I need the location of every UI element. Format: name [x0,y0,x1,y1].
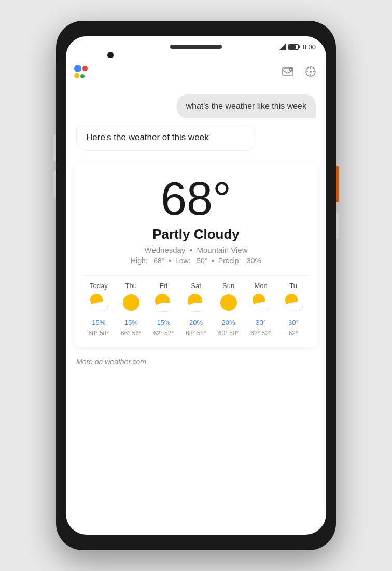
precip-text: 15% [157,319,170,327]
chat-area: what's the weather like this week Here's… [66,86,326,159]
precip-text: 15% [124,319,138,327]
svg-point-31 [291,302,302,310]
weather-icon-4 [217,293,240,316]
temp-range: 62° [289,330,298,337]
precip-value: 30% [247,256,261,265]
user-message-text: what's the weather like this week [186,102,307,111]
forecast-day-tu: Tu 30°62° [277,282,310,337]
svg-point-5 [310,71,312,73]
day-label: Mon [255,282,268,290]
weather-icon-6 [282,293,305,316]
temp-range: 60° 50° [218,330,239,337]
source-text: More on weather.com [76,358,146,366]
condition-text: Partly Cloudy [152,226,240,242]
dot-green [80,74,85,78]
svg-text:▼: ▼ [289,68,292,71]
precip-text: 15% [92,319,105,327]
forecast-day-fri: Fri 15%62° 52° [147,282,180,337]
precip-text: 30° [288,319,299,327]
precip-label: Precip: [218,256,241,265]
day-label: Today [90,282,108,290]
sunny-icon [120,293,143,312]
weather-card: 68° Partly Cloudy Wednesday • Mountain V… [74,163,318,347]
speaker-bar [170,45,222,49]
high-value: 68° [153,256,164,265]
dot-red [82,66,88,71]
partly-cloudy-sun-icon [282,293,305,312]
partly-cloudy-sun-icon [249,293,272,312]
day-label: Sat [191,282,201,290]
signal-icon [279,43,286,50]
temp-range: 68° 58° [186,330,206,337]
weather-main: 68° Partly Cloudy Wednesday • Mountain V… [82,175,310,265]
forecast-day-thu: Thu 15%66° 56° [115,282,148,337]
volume-down-button[interactable] [53,171,56,197]
weather-icon-5 [249,293,272,316]
compass-button[interactable] [303,64,318,79]
temp-range: 62° 52° [250,330,271,337]
svg-marker-0 [279,43,286,50]
google-assistant-logo [74,65,88,78]
phone-screen: 8:00 [66,36,326,535]
volume-up-button[interactable] [53,135,56,161]
phone-frame: 8:00 [56,21,336,550]
day-label: Thu [125,282,137,290]
forecast-day-sat: Sat 20%68° 58° [180,282,213,337]
assistant-message-text: Here's the weather of this week [86,132,209,142]
svg-point-23 [220,294,237,311]
inbox-button[interactable]: ▼ [281,64,295,79]
forecast-container: Today 15%68° 58°Thu 15%66° 56°Fri 15%62°… [82,275,310,337]
dot-blue [74,65,81,72]
svg-point-27 [258,302,270,310]
day-label: Tu [289,282,297,290]
temp-range: 68° 58° [88,330,109,337]
source-link[interactable]: More on weather.com [66,351,326,372]
sunny-icon [217,293,240,312]
location-text: Wednesday • Mountain View [145,246,248,254]
forecast-day-sun: Sun 20%60° 50° [212,282,245,337]
svg-point-14 [123,294,139,311]
weather-details: High: 68° • Low: 50° • Precip: 30% [131,256,261,265]
day-label: Sun [222,282,234,290]
precip-text: 20% [222,319,235,327]
weather-location: Mountain View [197,246,247,254]
scroll-content[interactable]: what's the weather like this week Here's… [66,86,326,535]
svg-point-22 [193,303,205,311]
battery-icon [288,44,299,50]
top-actions: ▼ [281,64,318,79]
low-value: 50° [197,256,207,265]
temp-range: 62° 52° [153,330,174,337]
partly-cloudy-sun-icon [87,293,110,312]
top-bar: ▼ [66,57,326,86]
temperature-display: 68° [161,175,231,222]
status-icons: 8:00 [279,43,316,51]
precip-text: 20% [189,319,203,327]
high-label: High: [131,256,148,265]
dot-yellow [74,73,79,78]
front-camera [107,52,114,58]
weather-icon-3 [185,293,207,316]
weather-icon-2 [152,293,175,316]
weather-icon-1 [120,293,143,316]
forecast-day-mon: Mon 30°62° 52° [245,282,277,337]
partly-cloudy-icon [152,293,175,312]
user-message-bubble: what's the weather like this week [177,94,316,118]
weather-day: Wednesday [145,246,186,254]
partly-cloudy-icon [185,293,207,312]
temp-range: 66° 56° [121,330,142,337]
weather-icon-0 [87,293,110,316]
forecast-day-today: Today 15%68° 58° [82,282,115,337]
day-label: Fri [160,282,167,290]
assistant-message-bubble: Here's the weather of this week [76,125,256,151]
svg-point-13 [96,302,107,310]
low-label: Low: [175,256,191,265]
status-time: 8:00 [303,43,316,51]
svg-point-18 [161,303,172,311]
precip-text: 30° [256,319,266,327]
